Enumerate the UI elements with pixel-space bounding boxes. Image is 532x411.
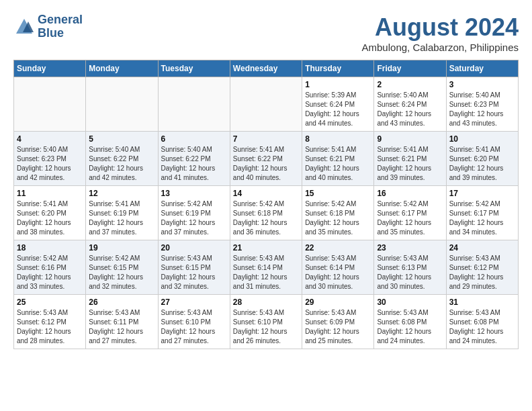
calendar-body: 1Sunrise: 5:39 AM Sunset: 6:24 PM Daylig… <box>14 77 519 349</box>
cell-info: Sunrise: 5:42 AM Sunset: 6:18 PM Dayligh… <box>305 199 371 237</box>
calendar-cell: 10Sunrise: 5:41 AM Sunset: 6:20 PM Dayli… <box>446 132 518 186</box>
weekday-header-tuesday: Tuesday <box>158 60 230 77</box>
cell-info: Sunrise: 5:43 AM Sunset: 6:08 PM Dayligh… <box>377 308 443 346</box>
cell-info: Sunrise: 5:40 AM Sunset: 6:24 PM Dayligh… <box>377 91 443 128</box>
day-number: 8 <box>305 134 371 144</box>
logo: General Blue <box>13 13 83 40</box>
cell-info: Sunrise: 5:42 AM Sunset: 6:19 PM Dayligh… <box>161 199 227 237</box>
calendar-week-row: 4Sunrise: 5:40 AM Sunset: 6:23 PM Daylig… <box>14 132 519 186</box>
cell-info: Sunrise: 5:41 AM Sunset: 6:20 PM Dayligh… <box>17 199 83 237</box>
cell-info: Sunrise: 5:41 AM Sunset: 6:21 PM Dayligh… <box>377 145 443 183</box>
calendar-week-row: 25Sunrise: 5:43 AM Sunset: 6:12 PM Dayli… <box>14 295 519 349</box>
calendar-week-row: 18Sunrise: 5:42 AM Sunset: 6:16 PM Dayli… <box>14 240 519 295</box>
calendar-cell: 4Sunrise: 5:40 AM Sunset: 6:23 PM Daylig… <box>14 132 86 186</box>
cell-info: Sunrise: 5:40 AM Sunset: 6:23 PM Dayligh… <box>449 91 515 128</box>
cell-info: Sunrise: 5:43 AM Sunset: 6:14 PM Dayligh… <box>305 254 371 291</box>
calendar-cell: 8Sunrise: 5:41 AM Sunset: 6:21 PM Daylig… <box>302 132 374 186</box>
calendar-cell: 18Sunrise: 5:42 AM Sunset: 6:16 PM Dayli… <box>14 240 86 295</box>
calendar-cell: 27Sunrise: 5:43 AM Sunset: 6:10 PM Dayli… <box>158 295 230 349</box>
day-number: 30 <box>377 298 443 307</box>
weekday-header-thursday: Thursday <box>302 60 374 77</box>
calendar-cell: 25Sunrise: 5:43 AM Sunset: 6:12 PM Dayli… <box>14 295 86 349</box>
logo-text: General Blue <box>38 13 83 40</box>
calendar-cell: 3Sunrise: 5:40 AM Sunset: 6:23 PM Daylig… <box>446 77 518 132</box>
calendar-cell: 31Sunrise: 5:43 AM Sunset: 6:08 PM Dayli… <box>446 295 518 349</box>
calendar-cell: 23Sunrise: 5:43 AM Sunset: 6:13 PM Dayli… <box>374 240 446 295</box>
page-header: General Blue August 2024 Ambulong, Calab… <box>13 13 519 53</box>
cell-info: Sunrise: 5:41 AM Sunset: 6:22 PM Dayligh… <box>233 145 299 183</box>
calendar-cell: 29Sunrise: 5:43 AM Sunset: 6:09 PM Dayli… <box>302 295 374 349</box>
cell-info: Sunrise: 5:42 AM Sunset: 6:15 PM Dayligh… <box>89 254 154 291</box>
calendar-table: SundayMondayTuesdayWednesdayThursdayFrid… <box>13 60 519 349</box>
cell-info: Sunrise: 5:43 AM Sunset: 6:10 PM Dayligh… <box>233 308 299 346</box>
cell-info: Sunrise: 5:43 AM Sunset: 6:12 PM Dayligh… <box>449 254 515 291</box>
calendar-cell: 14Sunrise: 5:42 AM Sunset: 6:18 PM Dayli… <box>230 186 302 240</box>
calendar-cell: 19Sunrise: 5:42 AM Sunset: 6:15 PM Dayli… <box>86 240 158 295</box>
day-number: 31 <box>449 298 515 307</box>
weekday-header-wednesday: Wednesday <box>230 60 302 77</box>
logo-icon <box>13 17 35 36</box>
calendar-cell: 20Sunrise: 5:43 AM Sunset: 6:15 PM Dayli… <box>158 240 230 295</box>
calendar-cell <box>14 77 86 132</box>
day-number: 14 <box>233 189 299 198</box>
calendar-cell: 15Sunrise: 5:42 AM Sunset: 6:18 PM Dayli… <box>302 186 374 240</box>
day-number: 23 <box>377 243 443 253</box>
day-number: 3 <box>449 80 515 89</box>
cell-info: Sunrise: 5:39 AM Sunset: 6:24 PM Dayligh… <box>305 91 371 128</box>
calendar-cell: 9Sunrise: 5:41 AM Sunset: 6:21 PM Daylig… <box>374 132 446 186</box>
day-number: 6 <box>161 134 227 144</box>
day-number: 20 <box>161 243 227 253</box>
cell-info: Sunrise: 5:43 AM Sunset: 6:12 PM Dayligh… <box>17 308 83 346</box>
day-number: 27 <box>161 298 227 307</box>
cell-info: Sunrise: 5:42 AM Sunset: 6:16 PM Dayligh… <box>17 254 83 291</box>
cell-info: Sunrise: 5:42 AM Sunset: 6:17 PM Dayligh… <box>449 199 515 237</box>
day-number: 2 <box>377 80 443 89</box>
cell-info: Sunrise: 5:40 AM Sunset: 6:22 PM Dayligh… <box>89 145 154 183</box>
day-number: 10 <box>449 134 515 144</box>
day-number: 5 <box>89 134 154 144</box>
calendar-cell: 6Sunrise: 5:40 AM Sunset: 6:22 PM Daylig… <box>158 132 230 186</box>
calendar-cell: 2Sunrise: 5:40 AM Sunset: 6:24 PM Daylig… <box>374 77 446 132</box>
calendar-cell <box>86 77 158 132</box>
calendar-cell: 21Sunrise: 5:43 AM Sunset: 6:14 PM Dayli… <box>230 240 302 295</box>
day-number: 29 <box>305 298 371 307</box>
day-number: 15 <box>305 189 371 198</box>
weekday-header-monday: Monday <box>86 60 158 77</box>
day-number: 26 <box>89 298 154 307</box>
month-title: August 2024 <box>362 13 519 42</box>
title-block: August 2024 Ambulong, Calabarzon, Philip… <box>362 13 519 53</box>
day-number: 17 <box>449 189 515 198</box>
cell-info: Sunrise: 5:43 AM Sunset: 6:13 PM Dayligh… <box>377 254 443 291</box>
day-number: 19 <box>89 243 154 253</box>
cell-info: Sunrise: 5:40 AM Sunset: 6:22 PM Dayligh… <box>161 145 227 183</box>
weekday-header-sunday: Sunday <box>14 60 86 77</box>
calendar-cell: 26Sunrise: 5:43 AM Sunset: 6:11 PM Dayli… <box>86 295 158 349</box>
cell-info: Sunrise: 5:42 AM Sunset: 6:18 PM Dayligh… <box>233 199 299 237</box>
weekday-header-saturday: Saturday <box>446 60 518 77</box>
day-number: 25 <box>17 298 83 307</box>
calendar-cell: 13Sunrise: 5:42 AM Sunset: 6:19 PM Dayli… <box>158 186 230 240</box>
calendar-cell: 5Sunrise: 5:40 AM Sunset: 6:22 PM Daylig… <box>86 132 158 186</box>
calendar-cell <box>230 77 302 132</box>
day-number: 24 <box>449 243 515 253</box>
day-number: 1 <box>305 80 371 89</box>
cell-info: Sunrise: 5:41 AM Sunset: 6:21 PM Dayligh… <box>305 145 371 183</box>
day-number: 16 <box>377 189 443 198</box>
calendar-cell: 11Sunrise: 5:41 AM Sunset: 6:20 PM Dayli… <box>14 186 86 240</box>
cell-info: Sunrise: 5:43 AM Sunset: 6:08 PM Dayligh… <box>449 308 515 346</box>
day-number: 7 <box>233 134 299 144</box>
day-number: 18 <box>17 243 83 253</box>
day-number: 21 <box>233 243 299 253</box>
day-number: 28 <box>233 298 299 307</box>
weekday-header-friday: Friday <box>374 60 446 77</box>
weekday-header-row: SundayMondayTuesdayWednesdayThursdayFrid… <box>14 60 519 77</box>
day-number: 9 <box>377 134 443 144</box>
day-number: 11 <box>17 189 83 198</box>
calendar-cell: 30Sunrise: 5:43 AM Sunset: 6:08 PM Dayli… <box>374 295 446 349</box>
cell-info: Sunrise: 5:41 AM Sunset: 6:20 PM Dayligh… <box>449 145 515 183</box>
calendar-cell: 22Sunrise: 5:43 AM Sunset: 6:14 PM Dayli… <box>302 240 374 295</box>
calendar-week-row: 1Sunrise: 5:39 AM Sunset: 6:24 PM Daylig… <box>14 77 519 132</box>
cell-info: Sunrise: 5:43 AM Sunset: 6:11 PM Dayligh… <box>89 308 154 346</box>
calendar-week-row: 11Sunrise: 5:41 AM Sunset: 6:20 PM Dayli… <box>14 186 519 240</box>
calendar-cell <box>158 77 230 132</box>
